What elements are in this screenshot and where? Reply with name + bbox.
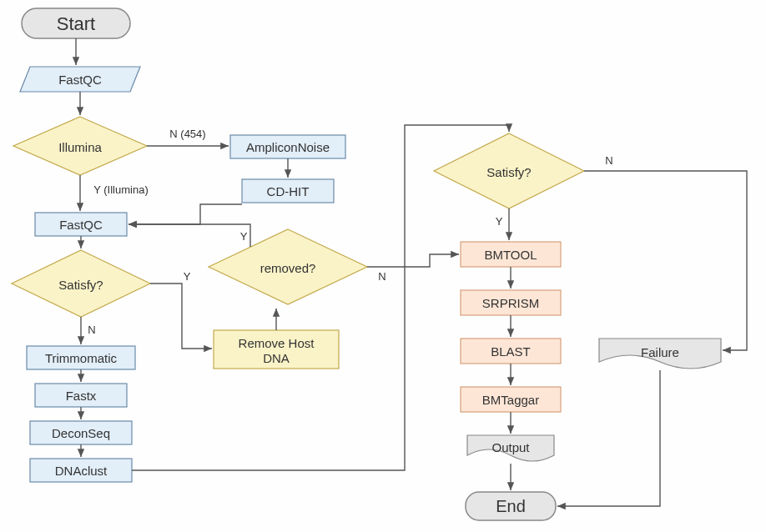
node-fastqc1: FastQC <box>20 67 140 92</box>
node-dnaclust-label: DNAclust <box>55 464 108 478</box>
node-start: Start <box>22 8 130 38</box>
edge-illumina-fastqc2-label: Y (Illumina) <box>93 183 149 196</box>
edge-failure-end <box>557 370 660 506</box>
node-removehost: Remove Host DNA <box>214 330 339 369</box>
node-fastqc2-label: FastQC <box>59 218 103 232</box>
node-failure-label: Failure <box>641 345 679 359</box>
node-blast: BLAST <box>461 339 561 364</box>
node-satisfy1: Satisfy? <box>12 250 150 317</box>
node-trimmomatic: Trimmomatic <box>27 346 135 369</box>
node-output: Output <box>467 435 554 461</box>
edge-satisfy1-trimmomatic-label: N <box>88 324 95 336</box>
node-satisfy2-label: Satisfy? <box>486 165 531 179</box>
edge-satisfy1-removehost-label: Y <box>184 270 191 283</box>
node-removed: removed? <box>209 229 367 304</box>
edge-satisfy1-removehost <box>150 284 212 349</box>
edge-removed-bmtool <box>367 254 459 267</box>
node-cdhit-label: CD-HIT <box>267 184 310 198</box>
node-fastqc2: FastQC <box>35 213 127 236</box>
node-blast-label: BLAST <box>491 344 531 359</box>
node-deconseq: DeconSeq <box>30 421 132 444</box>
node-srprism: SRPRISM <box>461 290 561 315</box>
edge-removed-fastqc2 <box>129 224 250 247</box>
node-bmtool-label: BMTOOL <box>484 248 537 262</box>
node-illumina: Illumina <box>13 117 147 175</box>
node-failure: Failure <box>599 339 721 369</box>
edge-illumina-ampliconnoise-label: N (454) <box>169 128 205 140</box>
edge-removed-bmtool-label: N <box>378 270 386 283</box>
node-end: End <box>466 492 556 520</box>
edge-cdhit-fastqc2 <box>129 204 242 224</box>
node-fastqc1-label: FastQC <box>58 73 102 87</box>
node-fastx: Fastx <box>35 384 127 407</box>
node-satisfy1-label: Satisfy? <box>58 278 103 292</box>
node-ampliconnoise-label: AmpliconNoise <box>246 140 330 154</box>
node-deconseq-label: DeconSeq <box>52 426 110 440</box>
node-removehost-label2: DNA <box>263 351 290 365</box>
edge-satisfy2-bmtool-label: Y <box>496 215 503 228</box>
node-dnaclust: DNAclust <box>30 459 132 482</box>
node-ampliconnoise: AmpliconNoise <box>230 135 345 158</box>
node-illumina-label: Illumina <box>58 140 102 154</box>
node-removehost-label1: Remove Host <box>239 336 315 350</box>
node-start-label: Start <box>57 13 95 34</box>
node-bmtool: BMTOOL <box>461 242 561 267</box>
node-bmtaggar: BMTaggar <box>461 387 561 412</box>
node-trimmomatic-label: Trimmomatic <box>45 351 118 365</box>
edge-satisfy2-failure <box>584 171 747 350</box>
node-satisfy2: Satisfy? <box>434 133 584 208</box>
node-srprism-label: SRPRISM <box>482 296 539 310</box>
edge-satisfy2-failure-label: N <box>605 154 612 167</box>
flowchart-canvas: Start FastQC Illumina AmpliconNoise CD-H… <box>0 0 766 532</box>
node-fastx-label: Fastx <box>66 389 97 403</box>
node-bmtaggar-label: BMTaggar <box>482 393 539 407</box>
node-output-label: Output <box>491 440 530 454</box>
node-cdhit: CD-HIT <box>242 179 334 203</box>
node-removed-label: removed? <box>260 261 316 275</box>
edge-removed-fastqc2-label: Y <box>240 230 248 243</box>
node-end-label: End <box>496 497 526 515</box>
